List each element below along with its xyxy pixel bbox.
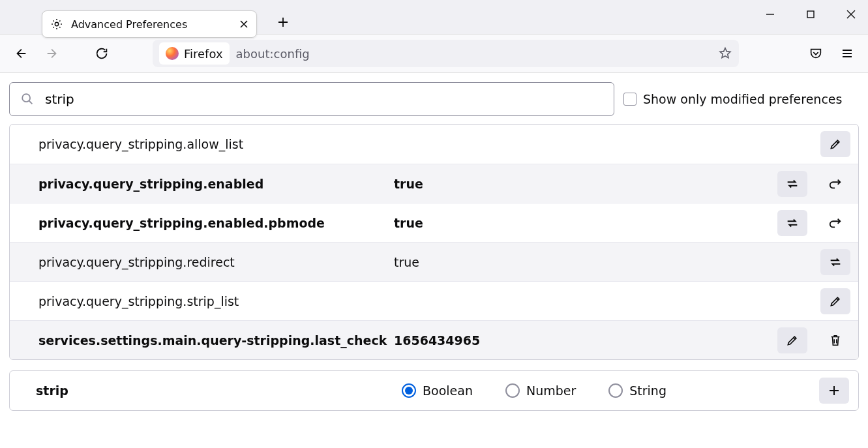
pref-row[interactable]: privacy.query_stripping.strip_list	[10, 281, 858, 320]
edit-button[interactable]	[820, 288, 850, 314]
gear-icon	[50, 18, 63, 31]
pref-name: privacy.query_stripping.strip_list	[38, 294, 394, 308]
reset-icon	[828, 177, 843, 190]
edit-button[interactable]	[820, 131, 850, 157]
tab-title: Advanced Preferences	[71, 18, 232, 31]
edit-icon	[786, 334, 799, 347]
firefox-logo-icon	[166, 47, 179, 60]
svg-rect-1	[807, 11, 814, 18]
minimize-button[interactable]	[756, 3, 785, 26]
pref-actions	[820, 288, 850, 314]
new-pref-name: strip	[36, 383, 394, 398]
pref-row[interactable]: privacy.query_stripping.allow_list	[10, 125, 858, 164]
toggle-icon	[828, 256, 843, 269]
radio-label: Boolean	[423, 383, 473, 398]
pref-row[interactable]: privacy.query_stripping.redirecttrue	[10, 242, 858, 281]
radio-label: String	[629, 383, 666, 398]
pref-search-box[interactable]	[9, 82, 614, 116]
prefs-table: privacy.query_stripping.allow_listprivac…	[9, 124, 859, 360]
toggle-button[interactable]	[820, 249, 850, 275]
site-identity[interactable]: Firefox	[159, 42, 230, 65]
edit-icon	[829, 138, 842, 151]
forward-button[interactable]	[39, 40, 65, 67]
close-window-button[interactable]	[837, 3, 865, 26]
bookmark-star-icon[interactable]	[718, 46, 732, 61]
pref-actions	[777, 327, 850, 353]
reload-button[interactable]	[89, 40, 115, 67]
maximize-button[interactable]	[796, 3, 825, 26]
new-tab-button[interactable]	[270, 9, 296, 35]
pref-name: privacy.query_stripping.enabled.pbmode	[38, 216, 394, 230]
toggle-icon	[785, 177, 800, 190]
toggle-button[interactable]	[777, 210, 807, 236]
pref-name: privacy.query_stripping.enabled	[38, 177, 394, 191]
radio-number[interactable]: Number	[505, 383, 576, 398]
radio-string[interactable]: String	[608, 383, 666, 398]
pref-value: 1656434965	[394, 333, 777, 348]
new-pref-type-radios: Boolean Number String	[402, 383, 811, 398]
back-button[interactable]	[8, 40, 34, 67]
svg-point-2	[22, 94, 30, 102]
radio-icon	[608, 383, 623, 398]
pref-value: true	[394, 216, 777, 230]
pref-row[interactable]: privacy.query_stripping.enabledtrue	[10, 164, 858, 203]
page-content: Show only modified preferences privacy.q…	[0, 73, 868, 448]
radio-boolean[interactable]: Boolean	[402, 383, 473, 398]
edit-icon	[829, 295, 842, 308]
search-row: Show only modified preferences	[9, 82, 859, 116]
delete-button[interactable]	[820, 327, 850, 353]
app-menu-button[interactable]	[834, 40, 860, 67]
show-modified-toggle[interactable]: Show only modified preferences	[623, 92, 842, 106]
close-tab-icon[interactable]	[239, 20, 248, 29]
new-pref-row: strip Boolean Number String	[9, 370, 859, 411]
window-controls	[756, 3, 865, 26]
browser-tab[interactable]: Advanced Preferences	[42, 10, 257, 38]
url-bar[interactable]: Firefox about:config	[153, 40, 739, 67]
reset-button[interactable]	[820, 210, 850, 236]
pref-actions	[820, 249, 850, 275]
pocket-button[interactable]	[803, 40, 829, 67]
pref-search-input[interactable]	[44, 91, 603, 108]
url-text: about:config	[236, 47, 310, 61]
pref-actions	[777, 210, 850, 236]
edit-button[interactable]	[777, 327, 807, 353]
pref-actions	[777, 171, 850, 197]
checkbox-icon[interactable]	[623, 93, 636, 106]
reset-button[interactable]	[820, 171, 850, 197]
pref-value: true	[394, 255, 820, 269]
pref-name: privacy.query_stripping.redirect	[38, 255, 394, 269]
show-modified-label: Show only modified preferences	[643, 92, 842, 106]
add-pref-button[interactable]	[819, 378, 849, 404]
titlebar: Advanced Preferences	[0, 0, 868, 34]
reset-icon	[828, 217, 843, 230]
navigation-toolbar: Firefox about:config	[0, 34, 868, 73]
identity-label: Firefox	[184, 47, 223, 61]
search-icon	[20, 92, 35, 106]
radio-icon	[402, 383, 416, 398]
pref-row[interactable]: services.settings.main.query-stripping.l…	[10, 320, 858, 359]
toggle-icon	[785, 217, 800, 230]
pref-value: true	[394, 177, 777, 191]
radio-icon	[505, 383, 520, 398]
radio-label: Number	[526, 383, 576, 398]
delete-icon	[829, 333, 842, 348]
pref-actions	[820, 131, 850, 157]
toggle-button[interactable]	[777, 171, 807, 197]
pref-name: privacy.query_stripping.allow_list	[38, 137, 394, 151]
svg-point-0	[55, 22, 58, 25]
pref-row[interactable]: privacy.query_stripping.enabled.pbmodetr…	[10, 203, 858, 242]
pref-name: services.settings.main.query-stripping.l…	[38, 333, 394, 348]
